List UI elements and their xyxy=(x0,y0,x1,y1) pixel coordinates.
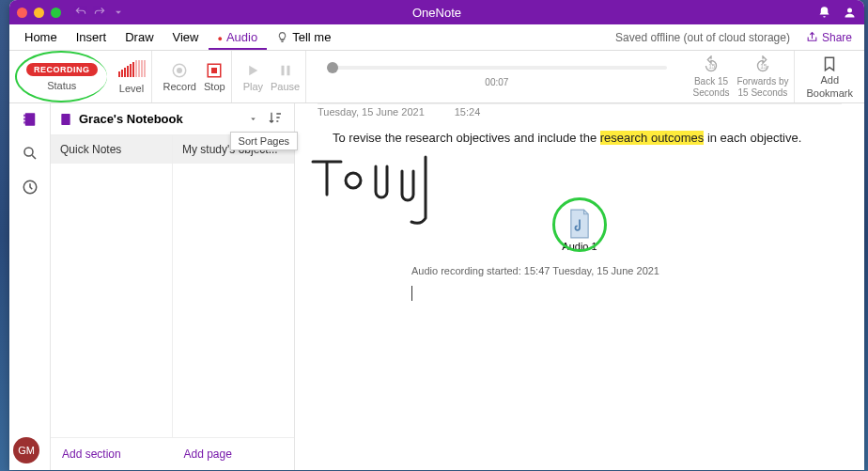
skip-forward-icon: 15 xyxy=(752,55,773,76)
status-label: Status xyxy=(47,80,76,91)
record-stop-group: Record Stop xyxy=(158,51,232,102)
left-rail xyxy=(9,103,51,470)
stop-button[interactable]: Stop xyxy=(204,62,225,92)
page-time: 15:24 xyxy=(455,106,481,118)
undo-icon[interactable] xyxy=(74,6,87,19)
section-item[interactable]: Quick Notes xyxy=(51,135,172,164)
progress-time: 00:07 xyxy=(485,77,508,87)
svg-rect-12 xyxy=(23,121,25,123)
skip-back-icon: 15 xyxy=(701,55,721,76)
lightbulb-icon xyxy=(276,31,288,43)
search-icon[interactable] xyxy=(22,145,39,162)
notebook-icon xyxy=(58,112,73,127)
text-cursor xyxy=(411,286,412,301)
svg-point-0 xyxy=(847,8,852,12)
tab-view[interactable]: View xyxy=(163,26,209,48)
skip-group: 15 Back 15Seconds 15 Forwards by15 Secon… xyxy=(688,51,796,102)
sections-list: Quick Notes xyxy=(51,135,173,437)
sort-pages-button[interactable] xyxy=(264,106,287,133)
highlighted-text: research outcomes xyxy=(600,131,705,145)
sort-tooltip: Sort Pages xyxy=(230,132,298,150)
svg-rect-5 xyxy=(281,65,284,75)
recent-icon[interactable] xyxy=(22,179,39,196)
ribbon: RECORDING Status Level Record Stop xyxy=(9,51,864,103)
recording-note: Audio recording started: 15:47 Tuesday, … xyxy=(411,265,842,276)
share-icon xyxy=(806,31,818,43)
svg-rect-11 xyxy=(23,118,25,120)
chevron-down-icon[interactable] xyxy=(248,114,258,124)
tab-draw[interactable]: Draw xyxy=(116,26,163,48)
svg-rect-15 xyxy=(61,114,70,125)
add-section-button[interactable]: Add section xyxy=(51,438,173,470)
svg-rect-10 xyxy=(23,115,25,117)
redo-icon[interactable] xyxy=(93,6,106,19)
svg-rect-6 xyxy=(287,65,289,75)
pause-button[interactable]: Pause xyxy=(271,62,300,92)
forward-15-button[interactable]: 15 Forwards by15 Seconds xyxy=(736,55,788,99)
recording-badge: RECORDING xyxy=(26,63,98,76)
progress-slider[interactable] xyxy=(327,66,666,70)
tab-audio[interactable]: Audio xyxy=(209,26,268,50)
bookmark-group: AddBookmark xyxy=(800,51,859,102)
stop-icon xyxy=(206,62,223,79)
play-pause-group: Play Pause xyxy=(238,51,307,102)
pause-icon xyxy=(277,62,294,79)
svg-rect-4 xyxy=(211,68,217,73)
play-button[interactable]: Play xyxy=(243,62,263,92)
svg-text:15: 15 xyxy=(708,62,716,69)
level-group: Level xyxy=(113,51,152,102)
progress-group: 00:07 xyxy=(312,66,681,87)
page-text[interactable]: To revise the research objectives and in… xyxy=(333,131,827,145)
save-status: Saved offline (out of cloud storage) xyxy=(615,31,790,44)
page-canvas[interactable]: Tuesday, 15 June 2021 15:24 To revise th… xyxy=(295,103,864,470)
add-bookmark-button[interactable]: AddBookmark xyxy=(806,55,853,99)
svg-rect-9 xyxy=(24,113,35,126)
svg-text:15: 15 xyxy=(760,62,767,69)
svg-point-13 xyxy=(24,148,33,156)
back-15-button[interactable]: 15 Back 15Seconds xyxy=(693,55,730,99)
notebook-name[interactable]: Grace's Notebook xyxy=(79,112,242,126)
recording-status-group: RECORDING Status xyxy=(15,51,107,102)
record-button[interactable]: Record xyxy=(163,62,196,92)
pages-list: My study's object... xyxy=(173,135,294,437)
dropdown-icon[interactable] xyxy=(112,6,125,19)
account-icon[interactable] xyxy=(843,6,857,20)
titlebar: OneNote xyxy=(9,0,864,24)
record-icon xyxy=(171,62,188,79)
share-button[interactable]: Share xyxy=(799,28,859,47)
notification-icon[interactable] xyxy=(817,6,831,20)
bookmark-icon xyxy=(821,55,838,72)
highlight-circle xyxy=(552,197,607,252)
close-window[interactable] xyxy=(17,8,27,18)
svg-point-2 xyxy=(177,68,182,73)
minimize-window[interactable] xyxy=(34,8,44,18)
maximize-window[interactable] xyxy=(51,8,61,18)
play-icon xyxy=(244,62,261,79)
notebooks-icon[interactable] xyxy=(22,111,39,128)
app-title: OneNote xyxy=(412,6,461,20)
add-page-button[interactable]: Add page xyxy=(173,438,295,470)
tab-insert[interactable]: Insert xyxy=(67,26,116,48)
level-meter-icon xyxy=(118,60,146,77)
user-avatar[interactable]: GM xyxy=(13,437,39,463)
tab-home[interactable]: Home xyxy=(15,26,67,48)
sort-icon xyxy=(268,110,283,125)
tab-tellme[interactable]: Tell me xyxy=(267,26,340,48)
page-date: Tuesday, 15 June 2021 xyxy=(318,106,425,118)
audio-attachment[interactable]: Audio 1 xyxy=(542,209,617,252)
sidebar: Grace's Notebook Sort Pages Quick Notes … xyxy=(51,103,295,470)
menu-bar: Home Insert Draw View Audio Tell me Save… xyxy=(9,24,864,51)
